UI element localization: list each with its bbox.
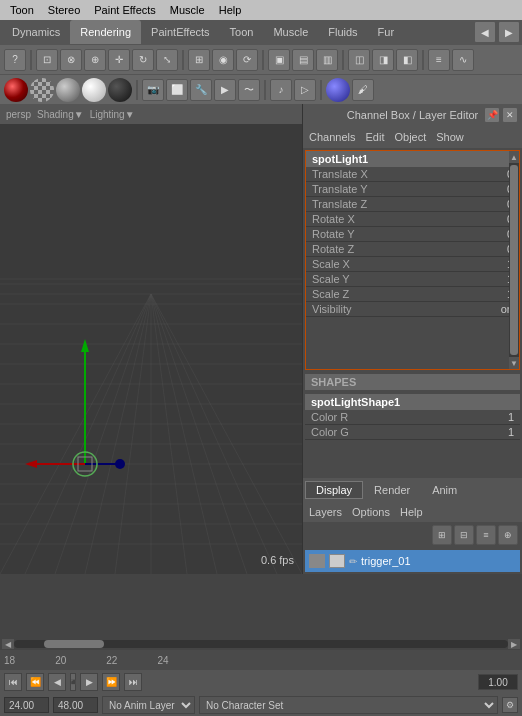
menu-toon[interactable]: Toon bbox=[4, 2, 40, 18]
scroll-down-arrow[interactable]: ▼ bbox=[509, 357, 519, 369]
lasso-icon[interactable]: ⊗ bbox=[60, 49, 82, 71]
dra-tab-display[interactable]: Display bbox=[305, 481, 363, 499]
layer-remove-icon[interactable]: ⊟ bbox=[454, 525, 474, 545]
move-icon[interactable]: ✛ bbox=[108, 49, 130, 71]
ch-scale-x[interactable]: Scale X 1 bbox=[306, 257, 519, 272]
ch-rotate-y[interactable]: Rotate Y 0 bbox=[306, 227, 519, 242]
deform-icon[interactable]: 〜 bbox=[238, 79, 260, 101]
ch-translate-y[interactable]: Translate Y 0 bbox=[306, 182, 519, 197]
black-sphere-icon[interactable] bbox=[108, 78, 132, 102]
menu-paint-effects[interactable]: Paint Effects bbox=[88, 2, 162, 18]
dra-nav-help[interactable]: Help bbox=[400, 506, 423, 518]
scale-icon[interactable]: ⤡ bbox=[156, 49, 178, 71]
dra-icons: ⊞ ⊟ ≡ ⊕ bbox=[303, 522, 522, 548]
viewport-content[interactable]: 0.6 fps bbox=[0, 124, 302, 574]
history-icon[interactable]: ⟳ bbox=[236, 49, 258, 71]
anim-icon[interactable]: ▶ bbox=[214, 79, 236, 101]
timeline-scrollbar[interactable]: ◀ ▶ bbox=[0, 638, 522, 650]
ch-nav-edit[interactable]: Edit bbox=[365, 131, 384, 143]
gray-sphere-icon[interactable] bbox=[56, 78, 80, 102]
dra-tab-render[interactable]: Render bbox=[363, 481, 421, 499]
outliner-icon[interactable]: ≡ bbox=[428, 49, 450, 71]
visor-icon[interactable]: ◧ bbox=[396, 49, 418, 71]
go-end-btn[interactable]: ⏭ bbox=[124, 673, 142, 691]
render2-icon[interactable]: ⬜ bbox=[166, 79, 188, 101]
ch-nav-object[interactable]: Object bbox=[394, 131, 426, 143]
help-icon[interactable]: ? bbox=[4, 49, 26, 71]
rotate-icon[interactable]: ↻ bbox=[132, 49, 154, 71]
tab-paint-effects[interactable]: PaintEffects bbox=[141, 20, 220, 44]
graph-editor-icon[interactable]: ∿ bbox=[452, 49, 474, 71]
scroll-up-arrow[interactable]: ▲ bbox=[509, 151, 519, 163]
tab-fur[interactable]: Fur bbox=[368, 20, 405, 44]
menu-help[interactable]: Help bbox=[213, 2, 248, 18]
viewport[interactable]: persp Shading▼ Lighting▼ bbox=[0, 104, 302, 574]
render-view-icon[interactable]: ▣ bbox=[268, 49, 290, 71]
menu-muscle[interactable]: Muscle bbox=[164, 2, 211, 18]
prev-frame-btn[interactable]: ⏪ bbox=[26, 673, 44, 691]
white-sphere-icon[interactable] bbox=[82, 78, 106, 102]
next-frame-btn[interactable]: ⏩ bbox=[102, 673, 120, 691]
ch-translate-x[interactable]: Translate X 0 bbox=[306, 167, 519, 182]
tab-muscle[interactable]: Muscle bbox=[263, 20, 318, 44]
anim-layer-dropdown[interactable]: No Anim Layer bbox=[102, 696, 195, 714]
select-icon[interactable]: ⊡ bbox=[36, 49, 58, 71]
render-settings-icon[interactable]: ▥ bbox=[316, 49, 338, 71]
tab-dynamics[interactable]: Dynamics bbox=[2, 20, 70, 44]
tab-scroll-left[interactable]: ◀ bbox=[474, 21, 496, 43]
scroll-thumb[interactable] bbox=[44, 640, 104, 648]
tools-icon[interactable]: 🔧 bbox=[190, 79, 212, 101]
ipr-render-icon[interactable]: ▤ bbox=[292, 49, 314, 71]
ball-icon[interactable] bbox=[326, 78, 350, 102]
play-back-btn[interactable]: ◀ bbox=[48, 673, 66, 691]
ch-scale-y[interactable]: Scale Y 1 bbox=[306, 272, 519, 287]
hypershade-icon[interactable]: ◨ bbox=[372, 49, 394, 71]
tab-scroll-right[interactable]: ▶ bbox=[498, 21, 520, 43]
ch-pin-icon[interactable]: 📌 bbox=[484, 107, 500, 123]
layer-link-icon[interactable]: ⊕ bbox=[498, 525, 518, 545]
tab-rendering[interactable]: Rendering bbox=[70, 20, 141, 44]
stop-btn[interactable]: ◾ bbox=[70, 673, 76, 691]
start-time-field[interactable] bbox=[4, 697, 49, 713]
play-icon[interactable]: ▷ bbox=[294, 79, 316, 101]
toolbar-row2: 📷 ⬜ 🔧 ▶ 〜 ♪ ▷ 🖌 bbox=[0, 74, 522, 104]
ch-close-icon[interactable]: ✕ bbox=[502, 107, 518, 123]
ch-nav-channels[interactable]: Channels bbox=[309, 131, 355, 143]
ch-rotate-z[interactable]: Rotate Z 0 bbox=[306, 242, 519, 257]
music-icon[interactable]: ♪ bbox=[270, 79, 292, 101]
ch-nav-show[interactable]: Show bbox=[436, 131, 464, 143]
scroll-left-btn[interactable]: ◀ bbox=[2, 639, 14, 649]
ch-rotate-x[interactable]: Rotate X 0 bbox=[306, 212, 519, 227]
dra-nav-layers[interactable]: Layers bbox=[309, 506, 342, 518]
checker-icon[interactable] bbox=[30, 78, 54, 102]
soft-mod-icon[interactable]: ◉ bbox=[212, 49, 234, 71]
menu-stereo[interactable]: Stereo bbox=[42, 2, 86, 18]
end-time-field[interactable] bbox=[53, 697, 98, 713]
timeline-options-btn[interactable]: ⚙ bbox=[502, 697, 518, 713]
layer-options-icon[interactable]: ≡ bbox=[476, 525, 496, 545]
ch-translate-z[interactable]: Translate Z 0 bbox=[306, 197, 519, 212]
color-sphere-icon[interactable] bbox=[4, 78, 28, 102]
play-fwd-btn[interactable]: ▶ bbox=[80, 673, 98, 691]
channel-scrollbar[interactable]: ▲ ▼ bbox=[509, 151, 519, 369]
tab-toon[interactable]: Toon bbox=[220, 20, 264, 44]
paint-select-icon[interactable]: ⊕ bbox=[84, 49, 106, 71]
ch-scale-z[interactable]: Scale Z 1 bbox=[306, 287, 519, 302]
transform-icon[interactable]: ⊞ bbox=[188, 49, 210, 71]
scroll-right-btn[interactable]: ▶ bbox=[508, 639, 520, 649]
ch-color-g[interactable]: Color G 1 bbox=[305, 425, 520, 440]
go-start-btn[interactable]: ⏮ bbox=[4, 673, 22, 691]
layer-add-icon[interactable]: ⊞ bbox=[432, 525, 452, 545]
current-time-field[interactable] bbox=[478, 674, 518, 690]
brush-icon[interactable]: 🖌 bbox=[352, 79, 374, 101]
dra-tabs: Display Render Anim bbox=[303, 478, 522, 502]
tab-fluids[interactable]: Fluids bbox=[318, 20, 367, 44]
layer-row[interactable]: ✏ trigger_01 bbox=[305, 550, 520, 572]
show-hide-icon[interactable]: ◫ bbox=[348, 49, 370, 71]
dra-tab-anim[interactable]: Anim bbox=[421, 481, 468, 499]
character-set-dropdown[interactable]: No Character Set bbox=[199, 696, 498, 714]
ch-color-r[interactable]: Color R 1 bbox=[305, 410, 520, 425]
ch-visibility[interactable]: Visibility on bbox=[306, 302, 519, 317]
camera-icon[interactable]: 📷 bbox=[142, 79, 164, 101]
dra-nav-options[interactable]: Options bbox=[352, 506, 390, 518]
